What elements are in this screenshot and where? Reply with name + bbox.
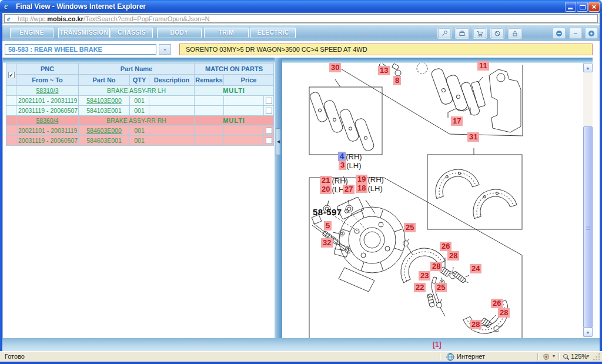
diagram-label-25[interactable]: 25 — [404, 223, 416, 232]
select-all-cell: ✓ — [6, 64, 16, 86]
diagram-label-28[interactable]: 28 — [447, 251, 459, 261]
url-text: http://wpc.mobis.co.kr/TextSearch?cmd=Po… — [18, 15, 210, 22]
scroll-down-button[interactable]: ▼ — [583, 328, 593, 337]
maximize-button[interactable] — [577, 2, 588, 12]
col-pnc: PNC — [16, 64, 79, 75]
tab-electric[interactable]: ELECTRIC — [250, 28, 296, 38]
resize-grip[interactable] — [593, 353, 601, 361]
browser-window: e Final View - Windows Internet Explorer… — [0, 0, 602, 364]
phishing-menu-arrow[interactable]: ▾ — [553, 353, 555, 359]
diagram-label-28[interactable]: 28 — [430, 262, 442, 271]
statusbar-separator — [558, 353, 560, 360]
qty: 001 — [130, 96, 149, 106]
scrollbar-thumb[interactable] — [583, 126, 593, 328]
tab-body[interactable]: BODY — [157, 28, 202, 38]
col-part-no: Part No — [79, 75, 130, 86]
zoom-menu-arrow[interactable]: ▾ — [587, 353, 589, 359]
address-bar: e http://wpc.mobis.co.kr/TextSearch?cmd=… — [2, 13, 600, 24]
tab-chassis[interactable]: CHASSIS — [111, 28, 153, 38]
col-description: Description — [149, 75, 195, 86]
tab-engine[interactable]: ENGINE — [10, 28, 53, 38]
col-remarks: Remarks — [195, 75, 224, 86]
part-no: 584103E001 — [79, 106, 130, 116]
part-name: BRAKE ASSY-RR RH — [79, 116, 195, 126]
cart-tool-button[interactable] — [473, 28, 486, 38]
diagram-label-24[interactable]: 24 — [470, 264, 481, 273]
parts-table: ✓ PNC Part Name MATCH ON PARTS From ~ To… — [6, 63, 274, 146]
tab-trim[interactable]: TRIM — [204, 28, 249, 38]
collapse-frame-button[interactable] — [553, 28, 566, 39]
diagram-label-13[interactable]: 13 — [378, 66, 390, 75]
diagram-label-28[interactable]: 28 — [470, 320, 481, 329]
from-to: 20021101 - 20031119 — [16, 126, 79, 136]
wrench-tool-button[interactable] — [438, 28, 451, 38]
address-input[interactable]: e http://wpc.mobis.co.kr/TextSearch?cmd=… — [4, 14, 598, 23]
diagram-label-30[interactable]: 30 — [329, 63, 341, 72]
parts-panel: ✓ PNC Part Name MATCH ON PARTS From ~ To… — [2, 58, 275, 338]
diagram-label-23[interactable]: 23 — [419, 271, 430, 280]
printer-icon — [459, 30, 466, 37]
row-checkbox[interactable] — [266, 138, 272, 144]
panel-splitter[interactable]: ◀ — [275, 58, 282, 338]
close-button[interactable]: × — [588, 2, 600, 12]
diagram-label-26[interactable]: 26 — [440, 242, 452, 251]
match-flag: MULTI — [195, 116, 274, 126]
part-no: 584603E001 — [79, 136, 130, 146]
zoom-level[interactable]: 125% — [571, 353, 587, 360]
divider-frame-button[interactable] — [569, 28, 582, 39]
diagram-label-27[interactable]: 27 — [343, 185, 354, 194]
diagram-label-25[interactable]: 25 — [435, 283, 447, 292]
diagram-labels: 301381117314(RH)3(LH)21(RH)20(LH)2719(RH… — [282, 58, 583, 338]
table-row: 20021101 - 20031119 584103E000 001 — [6, 96, 274, 106]
block-tool-button[interactable] — [491, 28, 504, 38]
pnc-select-arrow[interactable]: ▼ — [159, 44, 171, 55]
diagram-label-32[interactable]: 32 — [321, 238, 333, 248]
row-checkbox[interactable] — [266, 108, 272, 114]
pnc-select[interactable]: 58-583 : REAR WHEEL BRAKE — [5, 44, 156, 55]
minimize-button[interactable] — [565, 2, 576, 12]
expand-circle-icon — [588, 30, 595, 37]
diagram-label-19[interactable]: 19(RH) — [356, 175, 384, 184]
page-link[interactable]: [1] — [433, 340, 442, 349]
diagram-label-18[interactable]: 18(LH) — [356, 183, 383, 193]
status-bar: Готово Интернет ▾ 125% ▾ — [0, 351, 602, 362]
wrench-icon — [441, 30, 448, 37]
expand-frame-button[interactable] — [585, 28, 598, 39]
diagram-label-22[interactable]: 22 — [414, 283, 426, 292]
group-row: 58310/3 BRAKE ASSY-RR LH MULTI — [6, 86, 274, 96]
window-border-right — [600, 13, 602, 362]
diagram-label-58-597: 58-597 — [311, 208, 344, 217]
title-bar: e Final View - Windows Internet Explorer… — [0, 0, 602, 13]
cart-icon — [476, 30, 483, 37]
select-all-checkbox[interactable]: ✓ — [8, 72, 15, 78]
col-part-name: Part Name — [79, 64, 195, 75]
diagram-label-8[interactable]: 8 — [393, 76, 401, 85]
qty: 001 — [130, 106, 149, 116]
diagram-label-31[interactable]: 31 — [467, 132, 479, 142]
block-icon — [494, 30, 501, 37]
pnc-link[interactable]: 58310/3 — [16, 86, 79, 96]
vehicle-banner: SORENTO 03MY>5 DR WAGON>3500 CC>4 SPEED … — [179, 44, 593, 55]
from-to: 20021101 - 20031119 — [16, 96, 79, 106]
part-no-link[interactable]: 584103E000 — [79, 96, 130, 106]
row-checkbox[interactable] — [266, 128, 272, 134]
lock-tool-button[interactable] — [509, 28, 521, 38]
diagram-label-28[interactable]: 28 — [498, 308, 510, 318]
statusbar-separator — [537, 353, 539, 360]
diagram-label-21[interactable]: 21(RH) — [320, 176, 348, 185]
diagram-label-5[interactable]: 5 — [324, 221, 332, 231]
diagram-label-26[interactable]: 26 — [491, 299, 503, 308]
filter-row: 58-583 : REAR WHEEL BRAKE ▼ SORENTO 03MY… — [2, 41, 600, 58]
pnc-link[interactable]: 58360/4 — [16, 116, 79, 126]
collapse-circle-icon — [556, 30, 563, 37]
diagram-label-4[interactable]: 4(RH) — [338, 152, 362, 161]
row-checkbox[interactable] — [266, 98, 272, 104]
tab-transmission[interactable]: TRANSMISSION — [58, 28, 110, 38]
diagram-label-3[interactable]: 3(LH) — [339, 161, 362, 170]
scroll-up-button[interactable]: ▲ — [583, 63, 593, 72]
part-no-link[interactable]: 584603E000 — [79, 126, 130, 136]
printer-tool-button[interactable] — [456, 28, 469, 38]
splitter-collapse-handle[interactable]: ◀ — [276, 128, 281, 155]
diagram-label-11[interactable]: 11 — [477, 61, 489, 71]
diagram-label-17[interactable]: 17 — [451, 116, 463, 126]
